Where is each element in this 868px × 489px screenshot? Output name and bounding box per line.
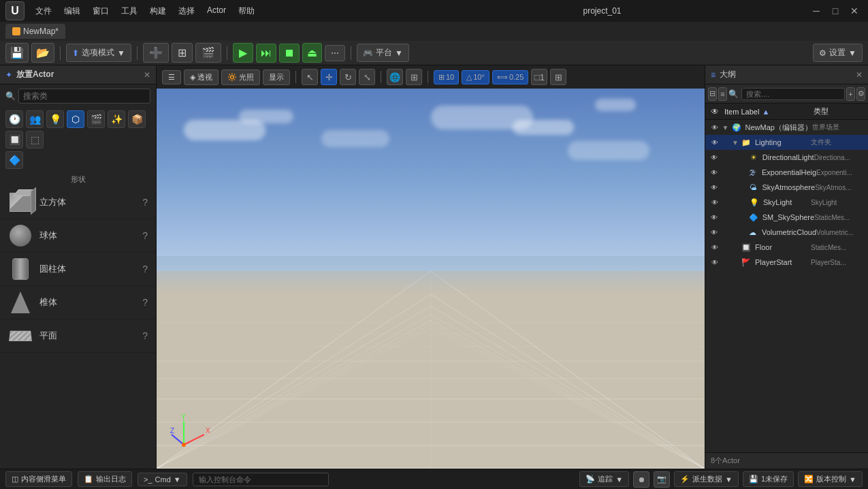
cube-label: 立方体 [39, 196, 66, 208]
record-button[interactable]: ⏺ [633, 471, 649, 488]
tree-sky-light[interactable]: 👁 💡 SkyLight SkyLight [705, 195, 868, 210]
recent-icon[interactable]: 🕐 [5, 110, 23, 128]
play-button[interactable]: ▶ [233, 43, 253, 63]
save-button[interactable]: 💾 [5, 43, 29, 63]
vp-show-button[interactable]: 显示 [263, 69, 290, 85]
shape-cylinder[interactable]: 圆柱体 ? [0, 253, 156, 286]
lights-icon[interactable]: 💡 [46, 110, 64, 128]
menu-window[interactable]: 窗口 [87, 3, 114, 20]
shape-sphere[interactable]: 球体 ? [0, 219, 156, 253]
panel-close-icon[interactable]: ✕ [144, 70, 150, 80]
name-col-header[interactable]: Item Label ▲ [722, 108, 811, 116]
mesh-icon[interactable]: 🔷 [5, 151, 23, 169]
effects-icon[interactable]: ✨ [108, 110, 125, 128]
tree-sky-sphere[interactable]: 👁 🔷 SM_SkySphere StaticMes... [705, 210, 868, 225]
world-expand[interactable]: ▼ [722, 123, 730, 131]
outliner-sort-icon[interactable]: ≡ [718, 87, 727, 101]
version-control-button[interactable]: 🔀 版本控制 ▼ [798, 471, 863, 487]
outliner-add-icon[interactable]: + [846, 87, 855, 101]
outliner-close-icon[interactable]: ✕ [856, 70, 863, 80]
outliner-search-input[interactable] [741, 88, 845, 100]
snap-button[interactable]: ⊞ [172, 43, 193, 63]
vp-angle-button[interactable]: △ 10° [462, 70, 489, 84]
angle-icon: △ [466, 73, 472, 82]
shape-cube-left: 立方体 [8, 190, 66, 215]
output-log-button[interactable]: 📋 输出日志 [78, 471, 132, 487]
camera-button[interactable]: 📷 [654, 471, 670, 488]
outliner-icon: ≡ [711, 70, 716, 80]
tree-lighting[interactable]: 👁 ▼ 📁 Lighting 文件夹 [705, 135, 868, 150]
close-button[interactable]: ✕ [846, 3, 863, 19]
tree-exp-fog[interactable]: 👁 🌫 ExponentialHeig Exponenti... [705, 165, 868, 180]
menu-help[interactable]: 帮助 [233, 3, 260, 20]
vp-world-icon[interactable]: 🌐 [387, 69, 403, 85]
outliner-settings-icon[interactable]: ⚙ [856, 87, 865, 101]
sphere-help[interactable]: ? [142, 230, 148, 241]
minimize-button[interactable]: ─ [808, 3, 824, 19]
more-button[interactable]: ⋯ [325, 45, 345, 61]
stop-button[interactable]: ⏹ [279, 44, 300, 63]
vp-grid-button[interactable]: ⊞ 10 [434, 70, 459, 84]
menu-tools[interactable]: 工具 [116, 3, 143, 20]
content-browser-button[interactable]: ◫ 内容侧滑菜单 [5, 471, 72, 487]
anim-button[interactable]: 🎬 [195, 43, 221, 63]
shape-cone[interactable]: 椎体 ? [0, 286, 156, 319]
vp-select-icon[interactable]: ↖ [302, 69, 318, 85]
outliner-filter-icon[interactable]: ⊟ [708, 87, 717, 101]
settings-button[interactable]: ⚙ 设置 ▼ [813, 44, 863, 62]
extra-icon[interactable]: ⬚ [26, 131, 44, 148]
shapes-icon[interactable]: 👥 [26, 110, 44, 128]
tree-directional-light[interactable]: 👁 ☀ DirectionalLight Directiona... [705, 150, 868, 165]
ss-eye: 👁 [708, 214, 721, 221]
tree-world[interactable]: 👁 ▼ 🌍 NewMap（编辑器） 世界场景 [705, 120, 868, 135]
cube-help[interactable]: ? [142, 197, 148, 208]
menu-file[interactable]: 文件 [30, 3, 57, 20]
show-label: 显示 [269, 72, 284, 82]
vp-rotate-icon[interactable]: ↻ [340, 69, 356, 85]
vp-scale-icon[interactable]: ⤡ [359, 69, 375, 85]
spawn-data-button[interactable]: ⚡ 派生数据 ▼ [674, 471, 739, 487]
skip-button[interactable]: ⏭ [256, 44, 276, 63]
eject-button[interactable]: ⏏ [302, 43, 322, 63]
vp-menu-button[interactable]: ☰ [162, 70, 181, 84]
menu-actor[interactable]: Actor [202, 3, 231, 20]
cmd-icon: >_ [144, 475, 152, 484]
vp-layer-button[interactable]: □ 1 [531, 69, 547, 85]
maximize-button[interactable]: □ [827, 3, 843, 19]
shape-plane[interactable]: 平面 ? [0, 319, 156, 353]
add-button[interactable]: ➕ [143, 43, 169, 63]
viewport[interactable]: ☰ ◈ 透视 🔆 光照 显示 ↖ ✛ ↻ ⤡ 🌐 ⊞ ⊞ 10 [157, 65, 705, 469]
vp-lighting-button[interactable]: 🔆 光照 [221, 69, 260, 85]
console-input[interactable] [193, 473, 329, 486]
shapes-category-icon[interactable]: ⬡ [67, 110, 84, 128]
vp-perspective-button[interactable]: ◈ 透视 [184, 69, 219, 85]
viewport-toolbar: ☰ ◈ 透视 🔆 光照 显示 ↖ ✛ ↻ ⤡ 🌐 ⊞ ⊞ 10 [157, 65, 705, 89]
cylinder-help[interactable]: ? [142, 264, 148, 274]
menu-select[interactable]: 选择 [173, 3, 200, 20]
cmd-button[interactable]: >_ Cmd ▼ [138, 473, 187, 486]
tab-newmap[interactable]: NewMap* [5, 24, 65, 39]
platform-button[interactable]: 🎮 平台 ▼ [357, 44, 409, 62]
tree-floor[interactable]: 👁 🔲 Floor StaticMes... [705, 240, 868, 255]
vp-snap-icon[interactable]: ⊞ [406, 69, 422, 85]
vp-scale-button[interactable]: ⟺ 0.25 [492, 70, 528, 84]
plane-help[interactable]: ? [142, 330, 148, 341]
lighting-expand[interactable]: ▼ [731, 138, 739, 146]
cinematic-icon[interactable]: 🎬 [87, 110, 105, 128]
select-mode-button[interactable]: ⬆ 选项模式 ▼ [66, 44, 131, 62]
shape-cube[interactable]: 立方体 ? [0, 186, 156, 219]
menu-edit[interactable]: 编辑 [59, 3, 86, 20]
vp-transform-icon[interactable]: ✛ [321, 69, 337, 85]
vp-maximize-icon[interactable]: ⊞ [550, 69, 566, 85]
open-button[interactable]: 📂 [31, 43, 54, 63]
tree-sky-atmo[interactable]: 👁 🌤 SkyAtmosphere SkyAtmos... [705, 180, 868, 195]
prefab-icon[interactable]: 🔲 [5, 131, 23, 148]
volumes-icon[interactable]: 📦 [128, 110, 146, 128]
unsaved-button[interactable]: 💾 1未保存 [743, 471, 794, 487]
tree-vol-cloud[interactable]: 👁 ☁ VolumetricCloud Volumetric... [705, 225, 868, 240]
cone-help[interactable]: ? [142, 297, 148, 308]
tree-player-start[interactable]: 👁 🚩 PlayerStart PlayerSta... [705, 255, 868, 270]
trace-button[interactable]: 📡 追踪 ▼ [579, 471, 629, 487]
menu-build[interactable]: 构建 [144, 3, 172, 20]
search-input[interactable] [18, 89, 150, 104]
